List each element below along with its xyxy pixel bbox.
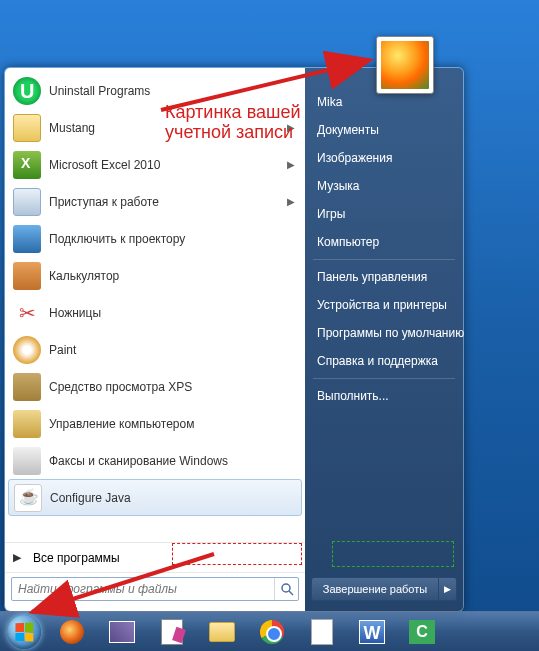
program-item-xps-viewer[interactable]: Средство просмотра XPS	[5, 368, 305, 405]
program-item-excel-2010[interactable]: Microsoft Excel 2010▶	[5, 146, 305, 183]
program-label: Подключить к проектору	[49, 232, 299, 246]
flower-icon	[381, 41, 429, 89]
right-item-games[interactable]: Игры	[307, 200, 461, 228]
all-programs-button[interactable]: ▶ Все программы	[5, 542, 305, 572]
document-icon	[307, 619, 337, 645]
uninstall-programs-icon	[13, 77, 41, 105]
windows-orb-icon	[7, 615, 41, 649]
program-label: Microsoft Excel 2010	[49, 158, 287, 172]
separator	[313, 378, 455, 379]
fax-scan-icon	[13, 447, 41, 475]
search-icon[interactable]	[274, 578, 298, 600]
program-label: Uninstall Programs	[49, 84, 299, 98]
svg-point-0	[282, 584, 290, 592]
camtasia-icon: C	[407, 619, 437, 645]
program-label: Управление компьютером	[49, 417, 299, 431]
svg-line-1	[289, 591, 293, 595]
computer-management-icon	[13, 410, 41, 438]
program-item-calculator[interactable]: Калькулятор	[5, 257, 305, 294]
right-item-devices-printers[interactable]: Устройства и принтеры	[307, 291, 461, 319]
program-label: Факсы и сканирование Windows	[49, 454, 299, 468]
user-account-picture[interactable]	[376, 36, 434, 94]
notes-app-icon	[157, 619, 187, 645]
shutdown-options-arrow[interactable]: ▶	[438, 578, 456, 600]
taskbar-item-document[interactable]	[298, 615, 346, 649]
program-label: Ножницы	[49, 306, 299, 320]
mustang-folder-icon	[13, 114, 41, 142]
start-menu-left-pane: Uninstall ProgramsMustang▶Microsoft Exce…	[5, 68, 305, 611]
file-explorer-icon	[207, 619, 237, 645]
program-label: Mustang	[49, 121, 287, 135]
word-icon: W	[357, 619, 387, 645]
all-programs-label: Все программы	[33, 551, 120, 565]
submenu-arrow-icon: ▶	[287, 196, 299, 207]
program-item-connect-projector[interactable]: Подключить к проектору	[5, 220, 305, 257]
getting-started-icon	[13, 188, 41, 216]
calculator-icon	[13, 262, 41, 290]
separator	[313, 259, 455, 260]
burn-app-icon	[57, 619, 87, 645]
snipping-tool-icon: ✂	[13, 299, 41, 327]
right-item-default-programs[interactable]: Программы по умолчанию	[307, 319, 461, 347]
submenu-arrow-icon: ▶	[287, 159, 299, 170]
program-label: Configure Java	[50, 491, 298, 505]
triangle-right-icon: ▶	[13, 551, 33, 564]
program-item-computer-management[interactable]: Управление компьютером	[5, 405, 305, 442]
start-menu-right-pane: MikaДокументыИзображенияМузыкаИгрыКомпью…	[305, 68, 463, 611]
program-item-mustang-folder[interactable]: Mustang▶	[5, 109, 305, 146]
chrome-icon	[257, 619, 287, 645]
right-item-control-panel[interactable]: Панель управления	[307, 263, 461, 291]
program-list: Uninstall ProgramsMustang▶Microsoft Exce…	[5, 72, 305, 542]
taskbar-item-camtasia[interactable]: C	[398, 615, 446, 649]
right-item-music[interactable]: Музыка	[307, 172, 461, 200]
program-label: Калькулятор	[49, 269, 299, 283]
program-item-getting-started[interactable]: Приступая к работе▶	[5, 183, 305, 220]
right-item-computer[interactable]: Компьютер	[307, 228, 461, 256]
taskbar-item-notes-app[interactable]	[148, 615, 196, 649]
program-item-paint[interactable]: Paint	[5, 331, 305, 368]
program-item-uninstall-programs[interactable]: Uninstall Programs	[5, 72, 305, 109]
start-button[interactable]	[2, 614, 46, 650]
taskbar-item-word[interactable]: W	[348, 615, 396, 649]
xps-viewer-icon	[13, 373, 41, 401]
program-label: Средство просмотра XPS	[49, 380, 299, 394]
taskbar: WC	[0, 611, 539, 651]
shutdown-button[interactable]: Завершение работы ▶	[311, 577, 457, 601]
connect-projector-icon	[13, 225, 41, 253]
taskbar-item-image-app[interactable]	[98, 615, 146, 649]
search-row	[5, 572, 305, 607]
paint-icon	[13, 336, 41, 364]
search-input[interactable]	[12, 582, 274, 596]
right-item-run[interactable]: Выполнить...	[307, 382, 461, 410]
right-item-documents[interactable]: Документы	[307, 116, 461, 144]
taskbar-item-file-explorer[interactable]	[198, 615, 246, 649]
program-item-snipping-tool[interactable]: ✂Ножницы	[5, 294, 305, 331]
taskbar-item-burn-app[interactable]	[48, 615, 96, 649]
right-item-help-support[interactable]: Справка и поддержка	[307, 347, 461, 375]
start-menu: Uninstall ProgramsMustang▶Microsoft Exce…	[4, 67, 464, 612]
image-app-icon	[107, 619, 137, 645]
right-item-pictures[interactable]: Изображения	[307, 144, 461, 172]
shutdown-label: Завершение работы	[312, 583, 438, 595]
shutdown-row: Завершение работы ▶	[307, 571, 461, 607]
submenu-arrow-icon: ▶	[287, 122, 299, 133]
program-item-configure-java[interactable]: Configure Java	[8, 479, 302, 516]
program-item-fax-scan[interactable]: Факсы и сканирование Windows	[5, 442, 305, 479]
search-box	[11, 577, 299, 601]
program-label: Приступая к работе	[49, 195, 287, 209]
excel-2010-icon	[13, 151, 41, 179]
taskbar-item-chrome[interactable]	[248, 615, 296, 649]
configure-java-icon	[14, 484, 42, 512]
program-label: Paint	[49, 343, 299, 357]
